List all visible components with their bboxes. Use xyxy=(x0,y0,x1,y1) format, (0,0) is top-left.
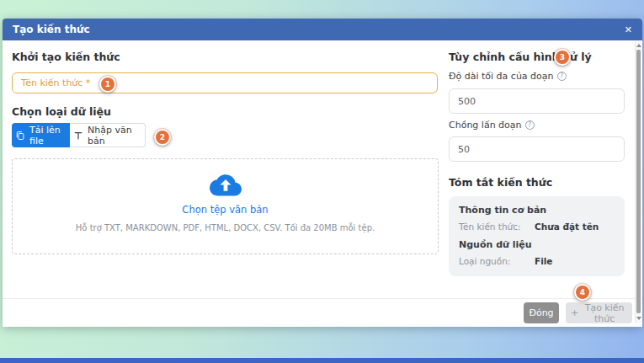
data-type-tabs: Tải lên file Nhập văn bản xyxy=(12,123,146,147)
choose-file-link[interactable]: Chọn tệp văn bản xyxy=(182,204,268,216)
help-circle-icon[interactable]: ? xyxy=(557,72,567,81)
scrollbar-down-arrow-icon[interactable] xyxy=(636,317,641,320)
file-dropzone[interactable]: Chọn tệp văn bản Hỗ trợ TXT, MARKDOWN, P… xyxy=(12,158,439,254)
step-badge-3: 3 xyxy=(554,49,571,66)
modal-header: Tạo kiến thức ✕ xyxy=(3,19,642,40)
close-icon[interactable]: ✕ xyxy=(625,25,632,35)
plus-icon: + xyxy=(571,307,578,318)
modal-scrollbar[interactable] xyxy=(635,41,641,323)
segment-overlap-input[interactable] xyxy=(449,136,625,162)
create-knowledge-button[interactable]: + Tạo kiến thức xyxy=(566,302,632,323)
footer-divider xyxy=(3,298,642,299)
step-badge-1: 1 xyxy=(99,76,116,93)
text-icon xyxy=(73,131,83,141)
create-knowledge-modal: Tạo kiến thức ✕ Khởi tạo kiến thức Chọn … xyxy=(3,19,642,327)
step-badge-2: 2 xyxy=(154,129,171,146)
basic-info-heading: Thông tin cơ bản xyxy=(459,205,615,216)
init-knowledge-heading: Khởi tạo kiến thức xyxy=(12,51,120,63)
summary-source-value: File xyxy=(535,256,553,266)
dropzone-hint: Hỗ trợ TXT, MARKDOWN, PDF, HTML, DOCX, C… xyxy=(76,223,375,232)
summary-name-value: Chưa đặt tên xyxy=(535,222,599,232)
knowledge-summary-panel: Thông tin cơ bản Tên kiến thức: Chưa đặt… xyxy=(449,196,625,276)
segment-overlap-label: Chồng lấn đoạn ? xyxy=(449,120,535,131)
summary-source-label: Loại nguồn: xyxy=(459,256,535,266)
scrollbar-thumb[interactable] xyxy=(636,50,641,313)
step-badge-4: 4 xyxy=(574,284,591,301)
summary-source-row: Loại nguồn: File xyxy=(459,256,615,266)
tab-upload-file-label: Tải lên file xyxy=(29,125,67,147)
max-segment-length-input[interactable] xyxy=(449,88,625,114)
summary-name-row: Tên kiến thức: Chưa đặt tên xyxy=(459,222,615,232)
tab-enter-text-label: Nhập văn bản xyxy=(88,125,141,147)
knowledge-summary-heading: Tóm tắt kiến thức xyxy=(449,176,552,189)
modal-title: Tạo kiến thức xyxy=(13,24,90,35)
knowledge-name-input[interactable] xyxy=(12,72,438,93)
data-type-heading: Chọn loại dữ liệu xyxy=(12,105,111,118)
close-button[interactable]: Đóng xyxy=(524,302,559,323)
cloud-upload-icon xyxy=(210,172,242,197)
summary-name-label: Tên kiến thức: xyxy=(459,222,535,232)
tab-upload-file[interactable]: Tải lên file xyxy=(12,123,70,147)
help-circle-icon[interactable]: ? xyxy=(525,120,535,130)
data-source-heading: Nguồn dữ liệu xyxy=(459,239,615,250)
page-bottom-strip xyxy=(0,358,644,363)
max-segment-length-label: Độ dài tối đa của đoạn ? xyxy=(449,71,567,82)
scrollbar-up-arrow-icon[interactable] xyxy=(636,44,641,47)
create-knowledge-button-label: Tạo kiến thức xyxy=(582,302,627,324)
tab-enter-text[interactable]: Nhập văn bản xyxy=(70,123,146,147)
copy-icon xyxy=(15,131,25,141)
